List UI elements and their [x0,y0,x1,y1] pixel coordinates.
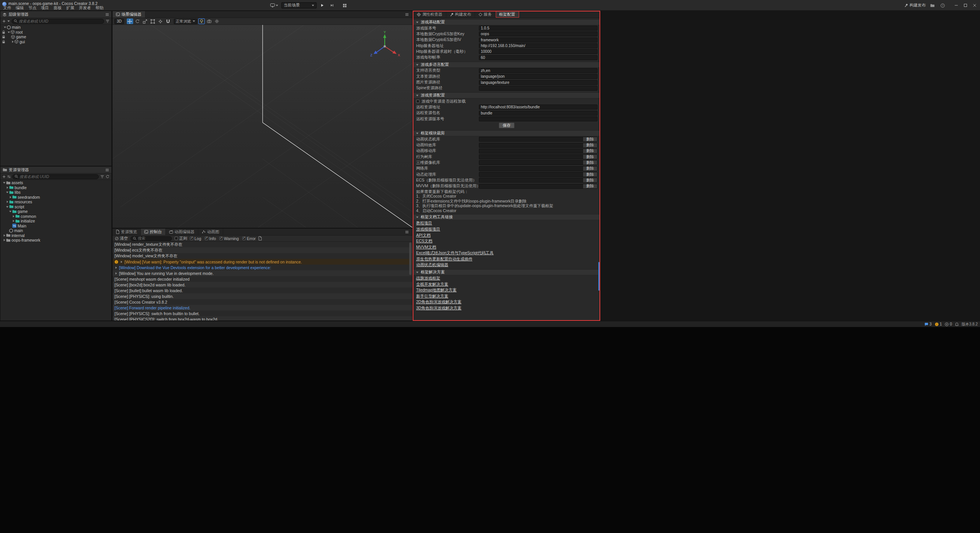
warning-count[interactable]: !1 [935,322,942,326]
section-header[interactable]: 游戏资源配置 [413,92,600,98]
doc-link[interactable]: 动画状态机编辑器 [413,262,600,268]
field-input[interactable] [479,55,598,60]
sort-icon[interactable] [7,175,11,178]
tree-row[interactable]: common [0,214,111,219]
message-count[interactable]: 3 [924,322,932,326]
collapse-logs-icon[interactable] [258,236,262,240]
doc-link[interactable]: 3D角色扮演游戏解决方案 [413,305,600,311]
move-tool-button[interactable] [127,18,133,24]
rotate-tool-button[interactable] [134,18,141,24]
field-input[interactable] [479,80,598,85]
log-row[interactable]: [Scene] [PHYSICS]: switch from builtin t… [113,311,412,316]
field-input[interactable] [479,74,598,79]
doc-link[interactable]: 新手引导解决方案 [413,293,600,299]
delete-button[interactable]: 删除 [583,149,597,153]
log-row[interactable]: ![Window] [Vue warn]: Property "onInput"… [113,259,412,265]
menu-item[interactable]: 项目 [39,5,51,10]
field-input[interactable] [479,116,598,121]
log-row[interactable]: [Scene] Cocos Creator v3.8.2 [113,299,412,305]
scale-tool-button[interactable] [142,18,149,24]
delete-button[interactable]: 删除 [583,172,597,177]
regex-toggle[interactable]: 正则 [175,236,187,241]
filter-log[interactable]: Log [190,236,201,241]
tree-row[interactable]: game [0,34,111,39]
scene-camera-button[interactable] [206,18,212,24]
doc-link[interactable]: MVVM文档 [413,244,600,250]
field-input[interactable] [479,43,598,48]
tree-row[interactable]: seedrandom [0,195,111,200]
snap-tool-button[interactable] [165,18,172,24]
filter-info[interactable]: Info [205,236,216,241]
doc-link[interactable]: Tiledmap地图解决方案 [413,287,600,293]
delete-button[interactable]: 删除 [583,178,597,182]
refresh-icon[interactable] [106,175,109,178]
mode-3d-toggle[interactable]: 3D [114,19,124,24]
delete-button[interactable]: 删除 [583,137,597,141]
doc-link[interactable]: API文档 [413,232,600,239]
scene-select[interactable]: 当前场景 [281,2,317,8]
field-input[interactable] [479,68,598,73]
field-input[interactable] [479,26,598,31]
log-row[interactable]: [Scene] [PHYSICS]: using builtin. [113,293,412,299]
log-row[interactable]: [Window] Download the Vue Devtools exten… [113,265,412,270]
tree-row[interactable]: internal [0,233,111,238]
log-row[interactable]: [Scene] meshopt wasm decoder initialized [113,276,412,282]
delete-button[interactable]: 删除 [583,155,597,159]
section-header[interactable]: 框架解决方案 [413,269,600,275]
menu-item[interactable]: 开发者 [77,5,93,10]
log-row[interactable]: [Window] model_view文件夹不存在 [113,253,412,259]
add-node-button[interactable] [2,20,6,23]
tab-framework-config[interactable]: 框架配置 [496,11,519,18]
section-header[interactable]: 游戏多语言配置 [413,62,600,68]
doc-link[interactable]: 游戏模板项目 [413,226,600,232]
tab-animation-graph[interactable]: 动画图 [198,229,223,235]
hierarchy-search-input[interactable] [19,19,102,23]
panel-menu-icon[interactable] [402,229,412,235]
field-input[interactable] [479,49,598,54]
tab-asset-preview[interactable]: 资源预览 [113,229,141,235]
delete-button[interactable]: 删除 [583,160,597,165]
field-input[interactable] [479,86,598,91]
bell-icon[interactable] [955,322,959,326]
tree-row[interactable]: assets [0,180,111,185]
menu-item[interactable]: 编辑 [13,5,26,10]
field-input[interactable] [479,105,598,110]
tree-row[interactable]: root [0,30,111,35]
tree-row[interactable]: script [0,204,111,209]
tree-row[interactable]: main [0,25,111,30]
pivot-tool-button[interactable] [157,18,164,24]
filter-error[interactable]: Error [242,236,256,241]
log-row[interactable]: [Scene] [box2d]:box2d wasm lib loaded. [113,282,412,288]
build-publish-button[interactable]: 构建发布 [904,3,926,8]
console-search-input[interactable] [138,236,170,240]
field-input[interactable] [479,31,598,36]
section-header[interactable]: 游戏基础配置 [413,19,600,25]
panel-menu-icon[interactable] [105,168,109,172]
axis-gizmo[interactable]: Y X Z [369,30,401,60]
log-row[interactable]: [Window] You are running Vue in developm… [113,270,412,276]
menu-item[interactable]: 扩展 [64,5,77,10]
tab-scene-editor[interactable]: 场景编辑器 [113,11,145,18]
doc-link[interactable]: 原生包热更新配置自动生成插件 [413,256,600,262]
delete-button[interactable]: 删除 [583,184,597,188]
preview-target-button[interactable] [269,2,279,9]
field-input[interactable] [479,111,598,116]
tab-animation-editor[interactable]: 动画编辑器 [166,229,199,235]
field-input[interactable] [479,38,598,43]
clear-console-button[interactable]: 清空 [115,236,128,241]
log-row[interactable]: [Scene] [bullet]:bullet wasm lib loaded. [113,288,412,293]
log-row[interactable]: [Window] render_texture文件夹不存在 [113,242,412,247]
tree-row[interactable]: gui [0,39,111,44]
panel-menu-icon[interactable] [105,13,109,16]
maximize-button[interactable] [962,2,969,9]
doc-link[interactable]: Excel格式转Json文件与TypeScript代码工具 [413,250,600,256]
save-button[interactable]: 保存 [499,123,514,128]
menu-item[interactable]: 帮助 [93,5,106,10]
filter-warning[interactable]: Warning [219,236,239,241]
console-scrollbar[interactable] [409,242,412,275]
tree-row[interactable]: main [0,228,111,233]
tree-row[interactable]: resources [0,199,111,204]
doc-link[interactable]: 2D角色扮演游戏解决方案 [413,299,600,305]
tree-row[interactable]: TSMain [0,224,111,229]
section-header[interactable]: 框架模块裁剪 [413,130,600,136]
